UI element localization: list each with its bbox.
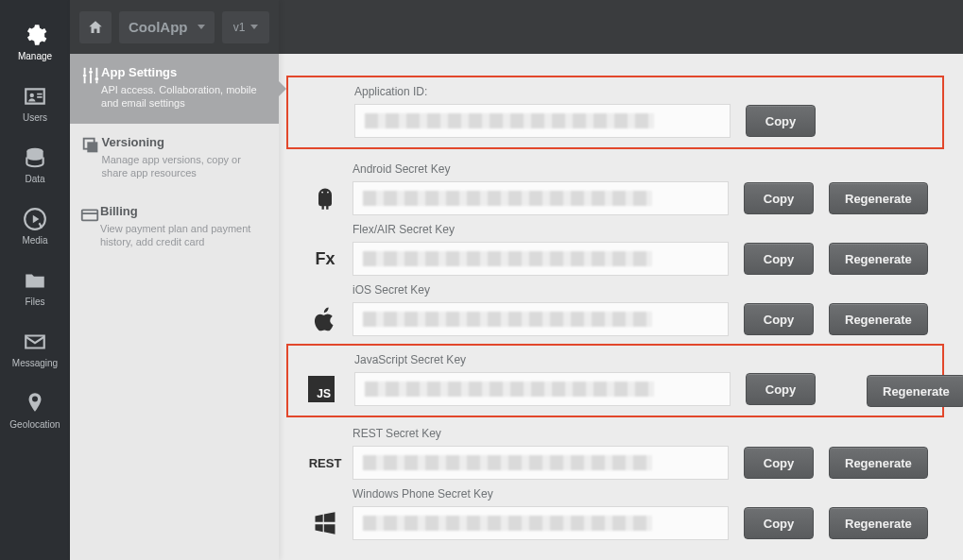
- rest-key-block: REST Secret Key REST Copy Regenerate: [298, 427, 944, 480]
- flex-key-block: Flex/AIR Secret Key Fx Copy Regenerate: [298, 223, 944, 276]
- rail-item-geolocation[interactable]: Geolocation: [0, 380, 70, 441]
- js-key-label: JavaScript Secret Key: [354, 353, 931, 366]
- gear-icon: [21, 23, 49, 47]
- regenerate-android-button[interactable]: Regenerate: [829, 182, 928, 214]
- rail-item-users[interactable]: Users: [0, 73, 70, 134]
- apple-icon: [298, 306, 353, 332]
- wp-key-label: Windows Phone Secret Key: [353, 487, 944, 501]
- sidebar-item-desc: API access. Collaboration, mobile and em…: [101, 83, 266, 110]
- app-selector[interactable]: CoolApp: [119, 11, 215, 43]
- sidebar-item-billing[interactable]: Billing View payment plan and payment hi…: [70, 193, 279, 263]
- android-key-field[interactable]: [353, 181, 729, 215]
- sliders-icon: [79, 65, 101, 110]
- main-nav-rail: Manage Users Data Media Files: [0, 0, 70, 560]
- ios-key-field[interactable]: [353, 302, 729, 336]
- chevron-down-icon: [198, 25, 205, 29]
- js-key-field[interactable]: [354, 372, 731, 406]
- copy-app-id-button[interactable]: Copy: [746, 105, 816, 137]
- sidebar-item-versioning[interactable]: Versioning Manage app versions, copy or …: [70, 124, 279, 194]
- wp-key-field[interactable]: [353, 506, 729, 540]
- wp-key-block: Windows Phone Secret Key Copy Regenerate: [298, 487, 944, 540]
- svg-point-10: [321, 192, 323, 194]
- ios-key-block: iOS Secret Key Copy Regenerate: [298, 283, 944, 336]
- rail-label: Manage: [18, 51, 52, 61]
- svg-point-4: [89, 71, 93, 75]
- svg-point-0: [30, 93, 34, 97]
- rail-label: Data: [25, 174, 44, 184]
- rail-label: Messaging: [12, 358, 58, 368]
- android-icon: [298, 185, 353, 212]
- svg-point-3: [82, 74, 86, 77]
- rail-item-messaging[interactable]: Messaging: [0, 318, 70, 380]
- id-card-icon: [21, 84, 49, 109]
- js-key-highlight: JavaScript Secret Key JS Copy: [286, 344, 944, 417]
- svg-rect-8: [82, 211, 98, 221]
- main-content: Application ID: Copy Android Secret Key …: [279, 0, 963, 560]
- flex-icon: Fx: [298, 249, 353, 269]
- sidebar-header: CoolApp v1: [70, 0, 279, 54]
- regenerate-wp-button[interactable]: Regenerate: [829, 507, 928, 539]
- windows-icon: [298, 510, 353, 536]
- copy-flex-button[interactable]: Copy: [744, 243, 814, 275]
- sidebar-item-title: App Settings: [101, 65, 266, 79]
- sidebar-item-app-settings[interactable]: App Settings API access. Collaboration, …: [70, 54, 279, 124]
- copy-rest-button[interactable]: Copy: [744, 447, 814, 479]
- chevron-down-icon: [250, 25, 258, 29]
- android-key-block: Android Secret Key Copy Regenerate: [298, 162, 944, 215]
- svg-rect-7: [87, 142, 97, 152]
- app-id-label: Application ID:: [354, 85, 931, 98]
- ios-key-label: iOS Secret Key: [353, 283, 944, 297]
- sidebar-menu: App Settings API access. Collaboration, …: [70, 54, 279, 263]
- rest-key-field[interactable]: [353, 446, 729, 480]
- billing-icon: [79, 204, 100, 249]
- home-button[interactable]: [79, 11, 112, 43]
- copy-ios-button[interactable]: Copy: [744, 303, 814, 335]
- android-key-label: Android Secret Key: [353, 162, 944, 176]
- flex-key-label: Flex/AIR Secret Key: [353, 223, 944, 236]
- rest-key-label: REST Secret Key: [353, 427, 944, 440]
- svg-point-5: [95, 77, 98, 81]
- javascript-icon: JS: [288, 376, 354, 402]
- svg-point-11: [327, 192, 329, 194]
- app-id-highlight: Application ID: Copy: [286, 76, 944, 149]
- sidebar-panel: CoolApp v1 App Settings API access. Coll…: [70, 0, 279, 560]
- rail-item-data[interactable]: Data: [0, 134, 70, 195]
- version-selector[interactable]: v1: [222, 11, 269, 43]
- rail-item-manage[interactable]: Manage: [0, 4, 70, 73]
- app-id-field[interactable]: [354, 104, 731, 138]
- rail-item-files[interactable]: Files: [0, 257, 70, 318]
- flex-key-field[interactable]: [353, 242, 729, 276]
- rail-label: Media: [22, 235, 47, 246]
- regenerate-rest-button[interactable]: Regenerate: [829, 447, 928, 479]
- sidebar-item-title: Billing: [100, 204, 266, 218]
- media-icon: [21, 207, 49, 231]
- rest-icon: REST: [298, 456, 353, 470]
- regenerate-ios-button[interactable]: Regenerate: [829, 303, 928, 335]
- rail-label: Files: [25, 297, 44, 307]
- sidebar-item-title: Versioning: [102, 135, 266, 149]
- rail-label: Geolocation: [9, 419, 60, 430]
- database-icon: [21, 145, 49, 170]
- sidebar-item-desc: Manage app versions, copy or share app r…: [102, 153, 266, 180]
- copy-js-button[interactable]: Copy: [746, 373, 816, 405]
- pin-icon: [21, 391, 49, 416]
- copy-android-button[interactable]: Copy: [744, 182, 814, 214]
- copy-wp-button[interactable]: Copy: [744, 507, 814, 539]
- app-name: CoolApp: [129, 19, 187, 35]
- envelope-icon: [21, 330, 49, 354]
- rail-label: Users: [23, 112, 47, 123]
- rail-item-media[interactable]: Media: [0, 195, 70, 257]
- regenerate-flex-button[interactable]: Regenerate: [829, 243, 928, 275]
- folder-icon: [21, 268, 49, 293]
- svg-rect-9: [82, 212, 98, 214]
- sidebar-item-desc: View payment plan and payment history, a…: [100, 222, 266, 249]
- version-label: v1: [233, 21, 246, 34]
- versions-icon: [79, 135, 102, 180]
- regenerate-js-button[interactable]: Regenerate: [867, 375, 963, 407]
